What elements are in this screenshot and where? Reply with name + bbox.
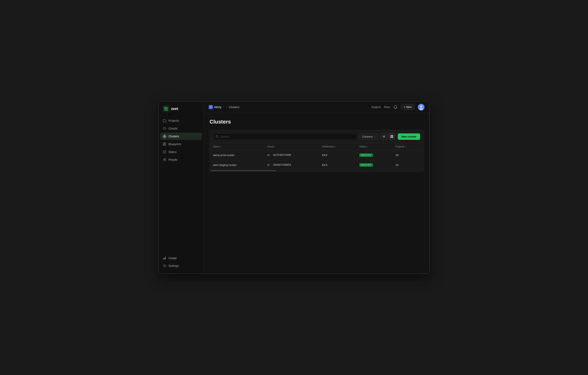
status-badge: HEALTHY [359, 163, 373, 167]
table-row[interactable]: alert-staging-cluster aws 934587348953 [210, 160, 423, 170]
sidebar-item-clouds[interactable]: Clouds [160, 125, 202, 132]
cluster-name-cell: alerty-prod-cluster [210, 150, 264, 160]
svg-point-19 [419, 108, 423, 110]
status-badge: HEALTHY [359, 153, 373, 157]
sidebar-item-settings-label: Settings [168, 264, 179, 268]
header-actions: Support Docs + New [371, 104, 424, 110]
projects-sort-icon: ▾ [405, 146, 406, 148]
col-header-name[interactable]: Name ▾ [210, 143, 264, 150]
svg-text:aws: aws [267, 154, 270, 156]
notifications-icon[interactable] [393, 105, 398, 109]
sidebar-item-blueprints[interactable]: Blueprints [160, 140, 202, 148]
new-button[interactable]: + New [401, 104, 415, 110]
status-cell: HEALTHY [356, 150, 392, 160]
aws-logo: aws [267, 153, 272, 156]
breadcrumb-app-name: Alerty [214, 106, 221, 109]
clouds-icon [163, 127, 167, 130]
columns-button[interactable]: Columns ▾ [359, 133, 378, 140]
svg-text:aws: aws [267, 164, 270, 165]
svg-point-2 [163, 135, 166, 138]
name-sort-icon: ▾ [220, 146, 221, 148]
svg-rect-27 [392, 137, 393, 138]
svg-rect-21 [383, 136, 385, 136]
distribution-cell: EKS [319, 160, 356, 170]
nav-section: Projects Clouds Clusters [159, 117, 204, 254]
search-icon [216, 135, 219, 138]
logo-text: zeet [171, 107, 178, 111]
col-header-projects[interactable]: Projects ▾ [392, 143, 423, 150]
scrollbar-area [210, 170, 423, 171]
svg-point-6 [166, 136, 167, 137]
cloud-cell: aws 934587348953 [264, 160, 319, 170]
page-content: Clusters Columns ▾ [204, 113, 429, 274]
usage-icon [163, 256, 167, 260]
svg-rect-15 [165, 257, 166, 259]
chevron-icon: ⌃ [223, 106, 225, 108]
sidebar-bottom: Usage Settings [159, 254, 204, 269]
svg-rect-23 [383, 137, 385, 138]
breadcrumb-current: Clusters [229, 106, 239, 109]
sidebar-item-people-label: People [168, 158, 178, 161]
sidebar-item-status[interactable]: Status [160, 148, 202, 156]
sidebar-item-projects[interactable]: Projects [160, 117, 202, 124]
blueprints-icon [163, 142, 167, 146]
columns-dropdown-arrow: ▾ [374, 136, 375, 138]
breadcrumb-separator: / [226, 106, 227, 109]
col-header-distribution[interactable]: Distribution ▾ [319, 143, 356, 150]
svg-rect-14 [164, 257, 165, 259]
breadcrumb-app[interactable]: Z Alerty ⌃ [209, 105, 225, 109]
view-toggle [380, 133, 395, 140]
sidebar-item-people[interactable]: People [160, 156, 202, 163]
sidebar-item-blueprints-label: Blueprints [168, 142, 181, 146]
people-icon [163, 158, 167, 161]
svg-point-4 [164, 138, 165, 138]
page-title: Clusters [210, 119, 424, 125]
clusters-table: Name ▾ Cloud ▾ [210, 143, 423, 170]
status-sort-icon: ▾ [367, 146, 368, 148]
svg-point-1 [164, 136, 165, 137]
search-input[interactable] [220, 135, 354, 138]
docs-link[interactable]: Docs [384, 106, 390, 108]
col-header-cloud[interactable]: Cloud ▾ [264, 143, 319, 150]
svg-point-12 [165, 159, 166, 159]
distribution-cell: EKS [319, 150, 356, 160]
sidebar-item-clusters[interactable]: Clusters [160, 133, 202, 140]
svg-point-11 [164, 159, 165, 160]
support-link[interactable]: Support [371, 106, 381, 108]
projects-icon [163, 119, 167, 123]
breadcrumb: Z Alerty ⌃ / Clusters [209, 105, 239, 109]
app-window: zeet Projects Clouds [158, 101, 430, 274]
sidebar-item-usage[interactable]: Usage [160, 254, 202, 262]
list-view-button[interactable] [380, 133, 388, 140]
logo: zeet [159, 106, 204, 117]
main-content: Z Alerty ⌃ / Clusters Support Docs + New [204, 101, 429, 274]
list-icon [383, 135, 385, 138]
sidebar-item-clouds-label: Clouds [168, 127, 178, 130]
svg-rect-13 [163, 258, 164, 259]
svg-rect-24 [390, 135, 392, 136]
table-toolbar: Columns ▾ [210, 130, 423, 143]
distribution-sort-icon: ▾ [335, 146, 336, 148]
svg-point-18 [420, 106, 422, 107]
svg-rect-25 [392, 135, 393, 136]
grid-icon [390, 135, 393, 138]
sidebar-item-projects-label: Projects [168, 119, 179, 122]
svg-rect-8 [165, 143, 166, 144]
sidebar: zeet Projects Clouds [159, 101, 204, 274]
app-icon: Z [209, 105, 213, 109]
sidebar-item-settings[interactable]: Settings [160, 262, 202, 269]
new-cluster-button[interactable]: New cluster [398, 133, 420, 140]
sidebar-item-status-label: Status [168, 150, 177, 154]
header: Z Alerty ⌃ / Clusters Support Docs + New [204, 101, 429, 113]
user-avatar[interactable] [418, 104, 424, 110]
clusters-table-container: Columns ▾ [210, 130, 424, 172]
scrollbar-track[interactable] [210, 170, 276, 171]
svg-point-10 [163, 150, 166, 153]
aws-badge: aws 823748273489 [267, 153, 291, 156]
grid-view-button[interactable] [388, 133, 395, 140]
svg-rect-22 [383, 136, 385, 137]
table-row[interactable]: alerty-prod-cluster aws 823748273489 [210, 150, 423, 160]
col-header-status[interactable]: Status ▾ [356, 143, 392, 150]
svg-point-5 [163, 136, 164, 137]
aws-badge: aws 934587348953 [267, 163, 291, 166]
